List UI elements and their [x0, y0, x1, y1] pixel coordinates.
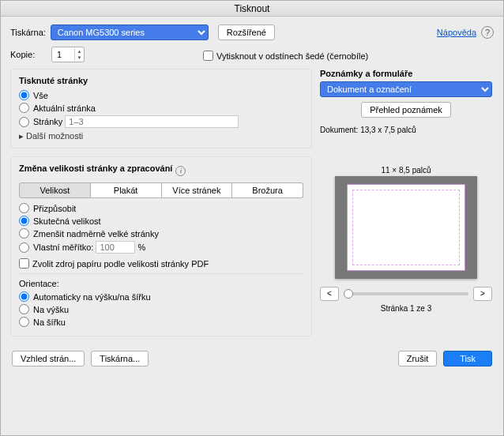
tab-booklet[interactable]: Brožura: [232, 182, 303, 198]
pages-current-radio[interactable]: Aktuální stránka: [19, 103, 303, 113]
orient-auto-radio[interactable]: Automaticky na výšku/na šířku: [19, 291, 303, 302]
advanced-button[interactable]: Rozšířené: [218, 24, 275, 40]
tab-size[interactable]: Velikost: [19, 182, 91, 198]
orientation-title: Orientace:: [19, 279, 303, 288]
scale-radio[interactable]: Vlastní měřítko: %: [19, 241, 303, 254]
copies-label: Kopie:: [10, 50, 47, 59]
grayscale-checkbox[interactable]: Vytisknout v odstínech šedé (černobíle): [203, 49, 368, 61]
orient-portrait-radio[interactable]: Na výšku: [19, 304, 303, 314]
orient-landscape-radio[interactable]: Na šířku: [19, 317, 303, 327]
comments-title: Poznámky a formuláře: [320, 69, 492, 78]
preview-next-button[interactable]: >: [473, 287, 492, 301]
more-options-disclosure[interactable]: ▸ Další možnosti: [19, 131, 303, 141]
print-button[interactable]: Tisk: [443, 351, 492, 366]
paper-source-checkbox[interactable]: Zvolit zdroj papíru podle velikosti strá…: [19, 259, 209, 269]
summary-button[interactable]: Přehled poznámek: [361, 102, 451, 118]
size-section-title: Změna velikosti stránky a zpracování: [19, 164, 172, 173]
actual-radio[interactable]: Skutečná velikost: [19, 216, 303, 226]
page-indicator: Stránka 1 ze 3: [320, 304, 492, 313]
preview-slider[interactable]: [344, 292, 468, 295]
printer-label: Tiskárna:: [10, 28, 46, 37]
fit-radio[interactable]: Přizpůsobit: [19, 203, 303, 213]
window-title: Tisknout: [1, 1, 503, 17]
pages-range-input[interactable]: [65, 115, 239, 128]
info-icon[interactable]: i: [175, 166, 186, 176]
copies-stepper[interactable]: ▲▼: [51, 47, 85, 62]
tab-multi[interactable]: Více stránek: [162, 182, 233, 198]
scale-input[interactable]: [96, 241, 135, 254]
comments-select[interactable]: Dokument a označení: [320, 81, 492, 97]
preview-size-label: 11 × 8,5 palců: [320, 166, 492, 175]
printer-settings-button[interactable]: Tiskárna...: [91, 351, 149, 366]
doc-size-label: Dokument: 13,3 x 7,5 palců: [320, 126, 492, 134]
printer-select[interactable]: Canon MG5300 series: [51, 24, 209, 40]
tab-poster[interactable]: Plakát: [91, 182, 162, 198]
pages-all-radio[interactable]: Vše: [19, 90, 303, 100]
help-icon[interactable]: ?: [481, 26, 494, 39]
pages-section-title: Tisknuté stránky: [19, 76, 303, 85]
print-preview: [335, 176, 477, 279]
shrink-radio[interactable]: Zmenšit nadměrně velké stránky: [19, 228, 303, 239]
copies-input[interactable]: [52, 50, 74, 59]
cancel-button[interactable]: Zrušit: [398, 351, 438, 366]
preview-prev-button[interactable]: <: [320, 287, 339, 301]
page-setup-button[interactable]: Vzhled strán...: [12, 351, 85, 366]
help-link[interactable]: Nápověda: [437, 28, 476, 37]
pages-range-radio[interactable]: Stránky: [19, 115, 303, 128]
